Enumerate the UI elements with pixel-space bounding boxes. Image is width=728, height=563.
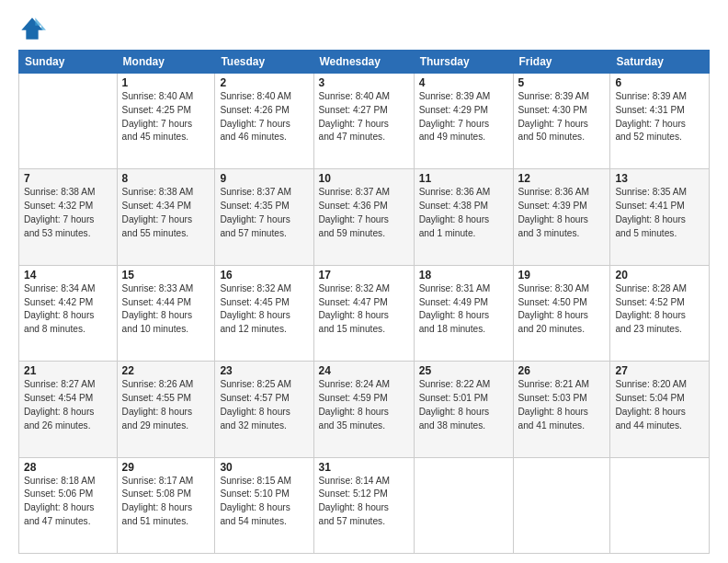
calendar-cell: 20Sunrise: 8:28 AMSunset: 4:52 PMDayligh… [610,265,710,361]
weekday-thursday: Thursday [414,51,513,74]
day-number: 25 [419,364,508,377]
calendar-cell: 30Sunrise: 8:15 AMSunset: 5:10 PMDayligh… [215,457,313,553]
calendar-cell: 23Sunrise: 8:25 AMSunset: 4:57 PMDayligh… [215,362,313,457]
day-number: 18 [419,269,508,282]
weekday-header-row: SundayMondayTuesdayWednesdayThursdayFrid… [19,51,710,74]
day-number: 31 [319,461,409,474]
week-row-2: 7Sunrise: 8:38 AMSunset: 4:32 PMDaylight… [19,169,710,265]
day-info: Sunrise: 8:24 AMSunset: 4:59 PMDaylight:… [319,378,409,432]
day-info: Sunrise: 8:40 AMSunset: 4:27 PMDaylight:… [319,90,409,144]
day-number: 20 [615,269,704,282]
day-number: 28 [24,461,112,474]
week-row-4: 21Sunrise: 8:27 AMSunset: 4:54 PMDayligh… [19,362,710,457]
day-number: 23 [220,364,308,377]
day-info: Sunrise: 8:36 AMSunset: 4:38 PMDaylight:… [419,186,508,240]
calendar-cell: 14Sunrise: 8:34 AMSunset: 4:42 PMDayligh… [19,265,118,361]
day-info: Sunrise: 8:22 AMSunset: 5:01 PMDaylight:… [419,378,508,432]
day-info: Sunrise: 8:38 AMSunset: 4:34 PMDaylight:… [122,186,210,240]
calendar-cell [610,457,710,553]
calendar-cell: 4Sunrise: 8:39 AMSunset: 4:29 PMDaylight… [414,74,513,169]
day-info: Sunrise: 8:20 AMSunset: 5:04 PMDaylight:… [615,378,704,432]
weekday-sunday: Sunday [19,51,118,74]
day-number: 17 [319,269,409,282]
day-info: Sunrise: 8:15 AMSunset: 5:10 PMDaylight:… [220,475,308,529]
calendar-cell [513,457,610,553]
calendar-cell: 2Sunrise: 8:40 AMSunset: 4:26 PMDaylight… [215,74,313,169]
page: SundayMondayTuesdayWednesdayThursdayFrid… [0,0,728,563]
calendar-cell: 17Sunrise: 8:32 AMSunset: 4:47 PMDayligh… [313,265,414,361]
calendar-cell: 5Sunrise: 8:39 AMSunset: 4:30 PMDaylight… [513,74,610,169]
calendar-cell [414,457,513,553]
weekday-tuesday: Tuesday [215,51,313,74]
calendar-cell: 18Sunrise: 8:31 AMSunset: 4:49 PMDayligh… [414,265,513,361]
day-info: Sunrise: 8:38 AMSunset: 4:32 PMDaylight:… [24,186,112,240]
weekday-monday: Monday [117,51,215,74]
day-number: 21 [24,364,112,377]
day-info: Sunrise: 8:33 AMSunset: 4:44 PMDaylight:… [122,282,210,337]
day-info: Sunrise: 8:30 AMSunset: 4:50 PMDaylight:… [518,282,606,337]
day-info: Sunrise: 8:34 AMSunset: 4:42 PMDaylight:… [24,282,112,337]
day-info: Sunrise: 8:40 AMSunset: 4:25 PMDaylight:… [122,90,210,144]
week-row-3: 14Sunrise: 8:34 AMSunset: 4:42 PMDayligh… [19,265,710,361]
week-row-5: 28Sunrise: 8:18 AMSunset: 5:06 PMDayligh… [19,457,710,553]
day-info: Sunrise: 8:21 AMSunset: 5:03 PMDaylight:… [518,378,606,432]
day-number: 13 [615,172,704,185]
day-number: 24 [319,364,409,377]
day-number: 15 [122,269,210,282]
day-number: 4 [419,76,508,89]
day-number: 9 [220,172,308,185]
calendar-cell: 13Sunrise: 8:35 AMSunset: 4:41 PMDayligh… [610,169,710,265]
calendar-table: SundayMondayTuesdayWednesdayThursdayFrid… [18,50,710,554]
day-number: 22 [122,364,210,377]
day-info: Sunrise: 8:37 AMSunset: 4:35 PMDaylight:… [220,186,308,240]
day-info: Sunrise: 8:35 AMSunset: 4:41 PMDaylight:… [615,186,704,240]
calendar-cell: 15Sunrise: 8:33 AMSunset: 4:44 PMDayligh… [117,265,215,361]
calendar-cell [19,74,118,169]
day-number: 7 [24,172,112,185]
day-number: 16 [220,269,308,282]
calendar-cell: 27Sunrise: 8:20 AMSunset: 5:04 PMDayligh… [610,362,710,457]
day-number: 14 [24,269,112,282]
logo [18,15,50,42]
calendar-cell: 16Sunrise: 8:32 AMSunset: 4:45 PMDayligh… [215,265,313,361]
weekday-saturday: Saturday [610,51,710,74]
week-row-1: 1Sunrise: 8:40 AMSunset: 4:25 PMDaylight… [19,74,710,169]
day-number: 30 [220,461,308,474]
day-info: Sunrise: 8:37 AMSunset: 4:36 PMDaylight:… [319,186,409,240]
day-info: Sunrise: 8:18 AMSunset: 5:06 PMDaylight:… [24,475,112,529]
logo-icon [18,15,46,42]
day-info: Sunrise: 8:39 AMSunset: 4:29 PMDaylight:… [419,90,508,144]
calendar-cell: 26Sunrise: 8:21 AMSunset: 5:03 PMDayligh… [513,362,610,457]
header [18,15,710,42]
day-number: 8 [122,172,210,185]
day-number: 26 [518,364,606,377]
day-number: 29 [122,461,210,474]
day-info: Sunrise: 8:39 AMSunset: 4:31 PMDaylight:… [615,90,704,144]
day-number: 6 [615,76,704,89]
calendar-cell: 29Sunrise: 8:17 AMSunset: 5:08 PMDayligh… [117,457,215,553]
day-info: Sunrise: 8:36 AMSunset: 4:39 PMDaylight:… [518,186,606,240]
calendar-cell: 10Sunrise: 8:37 AMSunset: 4:36 PMDayligh… [313,169,414,265]
day-number: 19 [518,269,606,282]
day-number: 12 [518,172,606,185]
day-info: Sunrise: 8:17 AMSunset: 5:08 PMDaylight:… [122,475,210,529]
calendar-cell: 12Sunrise: 8:36 AMSunset: 4:39 PMDayligh… [513,169,610,265]
day-info: Sunrise: 8:31 AMSunset: 4:49 PMDaylight:… [419,282,508,337]
day-info: Sunrise: 8:32 AMSunset: 4:45 PMDaylight:… [220,282,308,337]
day-number: 11 [419,172,508,185]
day-number: 27 [615,364,704,377]
day-number: 5 [518,76,606,89]
day-info: Sunrise: 8:40 AMSunset: 4:26 PMDaylight:… [220,90,308,144]
calendar-cell: 21Sunrise: 8:27 AMSunset: 4:54 PMDayligh… [19,362,118,457]
calendar-cell: 6Sunrise: 8:39 AMSunset: 4:31 PMDaylight… [610,74,710,169]
day-info: Sunrise: 8:32 AMSunset: 4:47 PMDaylight:… [319,282,409,337]
calendar-cell: 11Sunrise: 8:36 AMSunset: 4:38 PMDayligh… [414,169,513,265]
calendar-cell: 19Sunrise: 8:30 AMSunset: 4:50 PMDayligh… [513,265,610,361]
day-number: 1 [122,76,210,89]
day-info: Sunrise: 8:26 AMSunset: 4:55 PMDaylight:… [122,378,210,432]
calendar-cell: 24Sunrise: 8:24 AMSunset: 4:59 PMDayligh… [313,362,414,457]
calendar-cell: 7Sunrise: 8:38 AMSunset: 4:32 PMDaylight… [19,169,118,265]
calendar-cell: 28Sunrise: 8:18 AMSunset: 5:06 PMDayligh… [19,457,118,553]
day-info: Sunrise: 8:14 AMSunset: 5:12 PMDaylight:… [319,475,409,529]
day-info: Sunrise: 8:25 AMSunset: 4:57 PMDaylight:… [220,378,308,432]
